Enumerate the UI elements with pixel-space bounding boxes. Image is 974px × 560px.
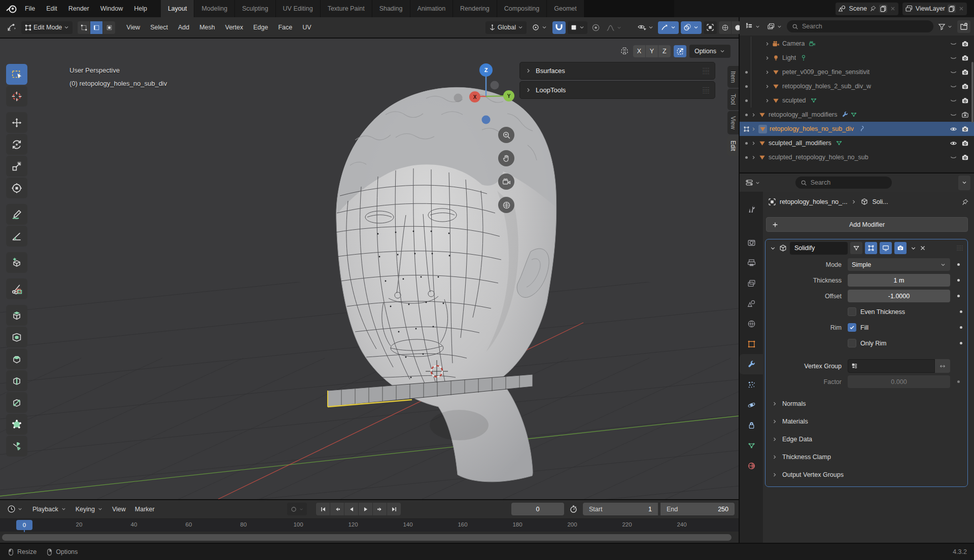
outliner-editor-type-button[interactable] <box>743 20 762 33</box>
workspace-tab-compositing[interactable]: Compositing <box>497 0 547 17</box>
properties-editor-type-button[interactable] <box>743 177 762 189</box>
topbar-menu-edit[interactable]: Edit <box>41 0 63 17</box>
panel-grip[interactable]: :::::::: <box>957 245 963 251</box>
disable-render-toggle[interactable] <box>959 111 971 119</box>
sidebar-tab-view[interactable]: View <box>727 111 739 134</box>
hide-viewport-toggle[interactable] <box>948 111 959 119</box>
expand-icon[interactable] <box>525 67 532 74</box>
viewport-menu-face[interactable]: Face <box>273 24 297 31</box>
tool-loop-cut[interactable] <box>6 370 27 391</box>
transform-orientation-dropdown[interactable]: Global <box>485 21 527 34</box>
tool-move[interactable] <box>6 112 27 133</box>
props-tab-constraints[interactable] <box>740 415 763 435</box>
props-tab-world[interactable] <box>740 313 763 334</box>
options-dropdown[interactable]: Options <box>689 45 730 58</box>
pivot-point-dropdown[interactable] <box>529 21 550 34</box>
viewport-menu-add[interactable]: Add <box>173 24 194 31</box>
remove-viewlayer-icon[interactable] <box>958 6 964 12</box>
mode-dropdown[interactable]: Edit Mode <box>21 21 73 34</box>
timeline-scrollbar[interactable] <box>0 532 739 543</box>
timeline-menu-playback[interactable]: Playback <box>28 506 71 513</box>
keyframe-dot[interactable] <box>957 295 960 297</box>
tool-transform[interactable] <box>6 178 27 198</box>
auto-keying-toggle[interactable] <box>287 503 307 515</box>
expand-icon[interactable] <box>764 98 770 103</box>
modifier-extras-dropdown[interactable] <box>910 245 917 252</box>
keyframe-dot[interactable] <box>957 380 960 383</box>
sidebar-tab-tool[interactable]: Tool <box>727 89 739 110</box>
zoom-icon[interactable] <box>498 127 514 143</box>
timeline-ruler[interactable]: 020406080100120140160180200220240 <box>0 518 739 532</box>
shading-wireframe-icon[interactable] <box>719 21 731 34</box>
rim-fill-checkbox[interactable] <box>848 323 856 332</box>
workspace-tab-modeling[interactable]: Modeling <box>194 0 235 17</box>
outliner-row[interactable]: peter_v009_geo_fine_sensitivit <box>740 65 974 79</box>
mirror-butterfly-icon[interactable] <box>619 46 630 57</box>
workspace-tab-shading[interactable]: Shading <box>372 0 410 17</box>
new-viewlayer-icon[interactable] <box>948 5 956 13</box>
select-mode-face[interactable] <box>103 21 115 34</box>
workspace-tab-uv-editing[interactable]: UV Editing <box>276 0 321 17</box>
blender-logo-icon[interactable] <box>4 2 19 15</box>
timeline-menu-view[interactable]: View <box>108 506 130 513</box>
props-tab-material[interactable] <box>740 456 763 476</box>
outliner-row[interactable]: sculpted <box>740 93 974 108</box>
expand-icon[interactable] <box>751 141 756 146</box>
tool-inset-faces[interactable] <box>6 327 27 347</box>
outliner-row[interactable]: retopology_all_modifiers <box>740 108 974 122</box>
hide-viewport-toggle[interactable] <box>948 139 959 147</box>
tool-extrude-region[interactable] <box>6 305 27 326</box>
properties-search-input[interactable]: Search <box>795 177 892 189</box>
topbar-menu-help[interactable]: Help <box>128 0 153 17</box>
expand-icon[interactable] <box>751 112 756 118</box>
unlink-scene-icon[interactable] <box>890 6 896 12</box>
panel-bsurfaces[interactable]: Bsurfaces :::::::: <box>519 62 715 80</box>
frame-start-field[interactable]: Start1 <box>583 503 658 515</box>
outliner-filter-button[interactable] <box>936 20 955 33</box>
outliner-scrollbar[interactable] <box>971 62 973 123</box>
workspace-tab-rendering[interactable]: Rendering <box>453 0 497 17</box>
disable-render-toggle[interactable] <box>959 40 971 48</box>
keyframe-dot[interactable] <box>957 279 960 282</box>
select-mode-vertex[interactable] <box>78 21 90 34</box>
disable-render-toggle[interactable] <box>959 139 971 147</box>
offset-field[interactable]: -1.0000 <box>848 290 950 302</box>
viewport-menu-edge[interactable]: Edge <box>248 24 273 31</box>
outliner-row[interactable]: Light <box>740 51 974 65</box>
add-modifier-button[interactable]: Add Modifier <box>766 217 968 232</box>
snap-toggle[interactable] <box>552 21 566 34</box>
factor-field[interactable]: 0.000 <box>848 375 950 388</box>
viewport-menu-mesh[interactable]: Mesh <box>194 24 220 31</box>
editor-type-button[interactable] <box>4 21 19 34</box>
gizmo-neg-z[interactable] <box>482 116 491 124</box>
subpanel-thickness-clamp[interactable]: Thickness Clamp <box>766 448 967 466</box>
subpanel-normals[interactable]: Normals <box>766 395 967 412</box>
mode-dropdown-field[interactable]: Simple <box>848 258 950 271</box>
outliner-row[interactable]: Camera <box>740 37 974 51</box>
props-tab-particles[interactable] <box>740 374 763 395</box>
outliner-row[interactable]: retopology_holes_2_sub_div_w <box>740 79 974 93</box>
show-overlays-dropdown[interactable] <box>681 21 702 34</box>
tool-scale[interactable] <box>6 156 27 177</box>
expand-icon[interactable] <box>764 69 770 75</box>
sidebar-tab-edit[interactable]: Edit <box>727 135 739 156</box>
props-tab-output[interactable] <box>740 253 763 273</box>
play-reverse-button[interactable] <box>344 503 358 515</box>
next-keyframe-button[interactable] <box>373 503 387 515</box>
viewlayer-selector[interactable]: ViewLayer <box>902 3 967 15</box>
tool-rotate[interactable] <box>6 134 27 155</box>
hide-viewport-toggle[interactable] <box>948 125 959 133</box>
pin-icon[interactable] <box>869 5 877 12</box>
toggle-show-in-render[interactable] <box>894 242 907 254</box>
tool-cursor[interactable] <box>6 86 27 107</box>
proportional-editing-toggle[interactable] <box>589 21 602 34</box>
workspace-tab-animation[interactable]: Animation <box>410 0 454 17</box>
tool-annotate[interactable] <box>6 204 27 225</box>
drag-grip-icon[interactable]: :::::::: <box>703 67 710 75</box>
tool-knife[interactable] <box>6 392 27 413</box>
subpanel-edge-data[interactable]: Edge Data <box>766 430 967 448</box>
sidebar-tab-item[interactable]: Item <box>727 66 739 88</box>
modifier-name-field[interactable]: Solidify <box>790 242 848 255</box>
snap-target-dropdown[interactable] <box>568 21 587 34</box>
outliner-row[interactable]: retopology_holes_no_sub_div <box>740 122 974 136</box>
